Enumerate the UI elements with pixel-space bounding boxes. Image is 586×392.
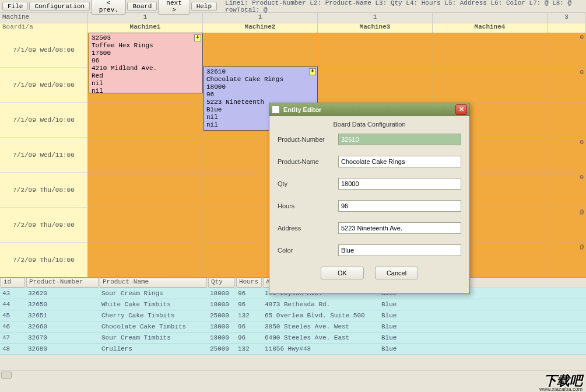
job-card-toffee[interactable]: + 32503 Toffee Hex Rings 17600 96 4210 M… xyxy=(89,33,203,93)
file-menu[interactable]: File xyxy=(2,2,28,11)
machine1-count: 1 xyxy=(88,13,203,23)
cell-pnum: 32670 xyxy=(26,334,99,341)
scrollbar-thumb[interactable] xyxy=(1,372,12,379)
input-address[interactable] xyxy=(338,222,461,234)
col-id[interactable]: id xyxy=(1,278,25,288)
card-address: 4210 Midland Ave. xyxy=(92,65,200,72)
schedule-cell[interactable] xyxy=(88,138,203,173)
row-total xyxy=(548,103,586,138)
schedule-cell[interactable] xyxy=(203,33,318,68)
machine3-header[interactable]: Machine3 xyxy=(318,23,433,33)
cell-pnum: 32650 xyxy=(26,301,99,308)
schedule-cell[interactable] xyxy=(433,33,548,68)
table-row[interactable]: 4432650White Cake Timbits18000964873 Bet… xyxy=(0,299,586,310)
cell-pnum: 32660 xyxy=(26,323,99,330)
col-product-name[interactable]: Product-Name xyxy=(100,278,207,288)
label-address: Address xyxy=(278,225,338,232)
schedule-cell[interactable] xyxy=(88,103,203,138)
card-qty: 17600 xyxy=(92,50,200,57)
cell-hours: 96 xyxy=(236,334,262,341)
cell-qty: 18000 xyxy=(208,323,236,330)
table-row[interactable]: 4632660Chocolate Cake Timbits18000963850… xyxy=(0,321,586,332)
legend-text: Line1: Product-Number L2: Product-Name L… xyxy=(225,0,584,13)
card-l8: nil xyxy=(92,88,200,95)
schedule-cell[interactable] xyxy=(88,208,203,243)
table-row[interactable]: 4732670Sour Cream Timbits18000966400 Ste… xyxy=(0,332,586,344)
card-hours: 96 xyxy=(92,57,200,65)
expand-icon[interactable]: + xyxy=(194,34,201,41)
cell-pname: Crullers xyxy=(99,345,208,352)
time-label: 7/2/09 Thu/08:00 xyxy=(0,173,88,208)
expand-icon[interactable]: + xyxy=(309,68,316,75)
window-icon xyxy=(272,106,280,114)
ok-button[interactable]: OK xyxy=(321,267,364,279)
row-total: 0 xyxy=(548,68,586,103)
label-color: Color xyxy=(278,247,338,254)
help-button[interactable]: Help xyxy=(191,2,217,11)
machine2-header[interactable]: Machine2 xyxy=(203,23,318,33)
close-icon[interactable]: ✕ xyxy=(455,104,467,115)
schedule-cell[interactable] xyxy=(88,243,203,277)
dialog-titlebar[interactable]: Entity Editor ✕ xyxy=(269,103,469,116)
input-hours[interactable] xyxy=(338,200,461,212)
prev-button[interactable]: < prev. xyxy=(91,0,126,15)
cell-qty: 25000 xyxy=(208,312,236,319)
cell-id: 45 xyxy=(0,312,26,319)
dialog-title: Entity Editor xyxy=(283,106,321,113)
machine3-count: 1 xyxy=(318,13,433,23)
label-hours: Hours xyxy=(278,202,338,209)
cell-color: Blue xyxy=(379,301,478,308)
dialog-subtitle: Board Data Configuration xyxy=(278,121,461,128)
input-product-number[interactable] xyxy=(338,134,461,145)
cell-qty: 18000 xyxy=(208,301,236,308)
cell-pname: Sour Cream Rings xyxy=(99,290,208,297)
schedule-cell[interactable] xyxy=(88,173,203,208)
board-button[interactable]: Board xyxy=(127,2,157,11)
cell-pname: White Cake Timbits xyxy=(99,301,208,308)
table-body[interactable]: 4332620Sour Cream Rings1800096119 Leyton… xyxy=(0,288,586,370)
label-product-number: Product-Number xyxy=(278,136,338,143)
machine4-count xyxy=(433,13,548,23)
row-total: 0 xyxy=(548,138,586,173)
cell-qty: 25000 xyxy=(208,345,236,352)
machine-count-row: Machine 1 1 1 3 xyxy=(0,13,586,23)
cell-id: 47 xyxy=(0,334,26,341)
horizontal-scrollbar[interactable] xyxy=(0,370,586,379)
cell-pname: Cherry Cake Timbits xyxy=(99,312,208,319)
time-label: 7/1/09 Wed/09:00 xyxy=(0,68,88,103)
table-row[interactable]: 4832680Crullers2500013211856 Hwy#48Blue xyxy=(0,344,586,355)
cell-addr: 3850 Steeles Ave. West xyxy=(262,323,379,330)
machine2-count: 1 xyxy=(203,13,318,23)
card-color: Red xyxy=(92,72,200,80)
machine-total: 3 xyxy=(548,13,586,23)
cancel-button[interactable]: Cancel xyxy=(375,267,418,279)
input-color[interactable] xyxy=(338,244,461,256)
card-l7: nil xyxy=(92,80,200,88)
col-product-number[interactable]: Product-Number xyxy=(26,278,99,288)
schedule-cell[interactable] xyxy=(433,68,548,103)
schedule-cell[interactable] xyxy=(318,68,433,103)
main-toolbar: File Configuration < prev. Board next > … xyxy=(0,0,586,13)
input-product-name[interactable] xyxy=(338,156,461,167)
machine1-header[interactable]: Machine1 xyxy=(88,23,203,33)
cell-pnum: 32651 xyxy=(26,312,99,319)
next-button[interactable]: next > xyxy=(158,0,190,15)
col-hours[interactable]: Hours xyxy=(236,278,262,288)
card-qty: 18000 xyxy=(206,83,315,91)
table-row[interactable]: 4532651Cherry Cake Timbits2500013265 Ove… xyxy=(0,310,586,321)
schedule-cell[interactable] xyxy=(318,33,433,68)
board-label: Board1/a xyxy=(0,23,88,33)
machine4-header[interactable]: Machine4 xyxy=(433,23,548,33)
cell-id: 43 xyxy=(0,290,26,297)
configuration-menu[interactable]: Configuration xyxy=(29,2,90,11)
card-product-number: 32610 xyxy=(206,68,315,76)
machine-name-row: Board1/a Machine1 Machine2 Machine3 Mach… xyxy=(0,23,586,33)
card-product-name: Chocolate Cake Rings xyxy=(206,76,315,83)
label-product-name: Product-Name xyxy=(278,158,338,165)
col-qty[interactable]: Qty xyxy=(208,278,235,288)
time-label: 7/1/09 Wed/08:00 xyxy=(0,33,88,68)
row-total: @ xyxy=(548,208,586,243)
cell-qty: 18000 xyxy=(208,334,236,341)
input-qty[interactable] xyxy=(338,178,461,190)
row-total: 0 xyxy=(548,33,586,68)
